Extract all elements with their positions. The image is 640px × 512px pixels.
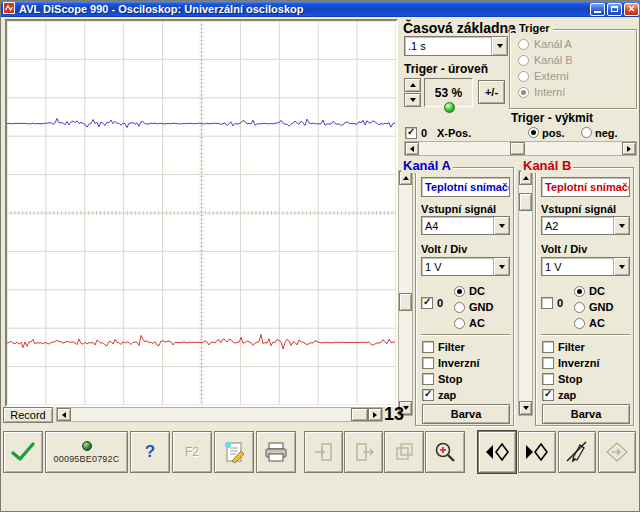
xpos-scroll-left-button[interactable] <box>405 142 419 155</box>
record-button[interactable]: Record <box>3 407 53 423</box>
record-count: 13 <box>384 404 404 425</box>
timebase-dropdown-arrow-icon[interactable] <box>491 37 507 55</box>
channel-a-stop-checkbox[interactable] <box>422 373 434 385</box>
status-led-icon <box>444 102 455 113</box>
cursor-right-button[interactable] <box>518 431 556 473</box>
notes-button[interactable] <box>214 431 254 473</box>
trigger-level-up-button[interactable] <box>404 78 421 92</box>
sweep-pos-radio[interactable] <box>528 127 539 138</box>
channel-a-position-slider[interactable] <box>398 170 413 416</box>
channel-b-coupling-gnd-radio[interactable] <box>574 302 585 313</box>
channel-a-coupling-gnd-radio[interactable] <box>454 302 465 313</box>
channel-b-input-select[interactable]: A2 <box>541 216 630 235</box>
channel-b-input-value: A2 <box>542 217 613 234</box>
help-button[interactable]: ? <box>130 431 170 473</box>
minimize-button[interactable] <box>590 3 605 16</box>
channel-b-coupling-dc-radio[interactable] <box>574 286 585 297</box>
channel-b-name-field[interactable]: Teplotní snímače <box>541 177 630 197</box>
xpos-scrollbar-thumb[interactable] <box>510 142 525 155</box>
channel-a-stop-label: Stop <box>438 373 462 385</box>
channel-b-position-slider[interactable] <box>518 170 533 416</box>
divider <box>541 334 630 336</box>
trigger-source-kanal-a-radio <box>518 39 529 50</box>
channel-b-inverzni-checkbox[interactable] <box>542 357 554 369</box>
channel-a-color-button[interactable]: Barva <box>422 404 510 424</box>
device-status-button[interactable]: 00095BE0792C <box>45 431 128 473</box>
ok-button[interactable] <box>3 431 43 473</box>
xpos-scrollbar[interactable] <box>404 141 637 156</box>
dropdown-arrow-icon[interactable] <box>493 258 509 275</box>
arrow-left-icon <box>407 146 414 152</box>
channel-b-coupling-ac-radio[interactable] <box>574 318 585 329</box>
channel-a-zero-label: 0 <box>437 297 443 309</box>
pen-strike-icon <box>565 440 589 464</box>
trigger-polarity-button[interactable]: +/- <box>478 80 505 104</box>
diamond-left-icon <box>484 441 510 463</box>
checkmark-icon <box>9 440 37 464</box>
app-icon <box>3 0 15 18</box>
channel-b-zap-checkbox[interactable] <box>542 389 554 401</box>
zoom-button[interactable] <box>425 431 465 473</box>
dropdown-arrow-icon[interactable] <box>613 217 629 234</box>
disable-draw-button[interactable] <box>558 431 596 473</box>
channel-a-slider-up-button[interactable] <box>399 171 412 185</box>
record-scroll-left-button[interactable] <box>57 408 71 421</box>
title-bar[interactable]: AVL DiScope 990 - Osciloskop: Univerzáln… <box>1 1 640 17</box>
record-scrollbar-thumb[interactable] <box>351 408 368 421</box>
channel-b-input-label: Vstupní signál <box>541 203 616 215</box>
channel-a-coupling-ac-radio[interactable] <box>454 318 465 329</box>
print-button[interactable] <box>256 431 296 473</box>
channel-a-zap-checkbox[interactable] <box>422 389 434 401</box>
channel-a-input-select[interactable]: A4 <box>421 216 510 235</box>
trigger-source-kanal-a-label: Kanál A <box>534 38 572 50</box>
channel-b-color-button[interactable]: Barva <box>542 404 630 424</box>
notes-icon <box>222 440 246 464</box>
sweep-neg-radio[interactable] <box>581 127 592 138</box>
record-scroll-right-button[interactable] <box>368 408 382 421</box>
record-scrollbar[interactable] <box>56 407 383 422</box>
channel-a-voltdiv-label: Volt / Div <box>421 243 467 255</box>
channel-b-voltdiv-label: Volt / Div <box>541 243 587 255</box>
channel-b-filter-label: Filter <box>558 341 585 353</box>
dropdown-arrow-icon[interactable] <box>493 217 509 234</box>
trigger-source-externi-radio <box>518 71 529 82</box>
device-id-label: 00095BE0792C <box>54 454 120 464</box>
cursor-left-button[interactable] <box>478 431 516 473</box>
window-title: AVL DiScope 990 - Osciloskop: Univerzáln… <box>19 3 588 15</box>
channel-b-slider-down-button[interactable] <box>519 401 532 415</box>
arrow-right-icon <box>373 412 380 418</box>
export-icon <box>352 441 376 463</box>
diamond-right-icon <box>524 441 550 463</box>
channel-a-name-field[interactable]: Teplotní snímače <box>421 177 510 197</box>
save-curve-button <box>344 431 383 473</box>
timebase-select[interactable]: .1 s <box>404 36 508 56</box>
channel-b-filter-checkbox[interactable] <box>542 341 554 353</box>
divider <box>421 334 510 336</box>
channel-a-input-value: A4 <box>422 217 493 234</box>
trigger-source-interni-radio <box>518 87 529 98</box>
xpos-label: X-Pos. <box>437 127 471 139</box>
trigger-level-down-button[interactable] <box>404 93 421 107</box>
channel-b-voltdiv-select[interactable]: 1 V <box>541 257 630 276</box>
zoom-in-icon <box>433 440 457 464</box>
dropdown-arrow-icon[interactable] <box>613 258 629 275</box>
channel-b-stop-checkbox[interactable] <box>542 373 554 385</box>
channel-a-filter-checkbox[interactable] <box>422 341 434 353</box>
channel-a-inverzni-label: Inverzní <box>438 357 480 369</box>
channel-a-slider-thumb[interactable] <box>399 293 412 311</box>
channel-a-coupling-dc-radio[interactable] <box>454 286 465 297</box>
channel-b-slider-up-button[interactable] <box>519 171 532 185</box>
printer-icon <box>263 441 289 463</box>
close-button[interactable]: ✕ <box>624 3 639 16</box>
channel-a-inverzni-checkbox[interactable] <box>422 357 434 369</box>
channel-a-voltdiv-select[interactable]: 1 V <box>421 257 510 276</box>
channel-b-slider-thumb[interactable] <box>519 193 532 211</box>
channel-a-zero-checkbox[interactable] <box>421 297 433 309</box>
channel-b-zero-checkbox[interactable] <box>541 297 553 309</box>
load-curve-button <box>304 431 343 473</box>
xpos-scroll-right-button[interactable] <box>622 142 636 155</box>
restore-button[interactable] <box>607 3 622 16</box>
channel-a-input-label: Vstupní signál <box>421 203 496 215</box>
xpos-zero-checkbox[interactable] <box>405 127 417 139</box>
channel-b-inverzni-label: Inverzní <box>558 357 600 369</box>
